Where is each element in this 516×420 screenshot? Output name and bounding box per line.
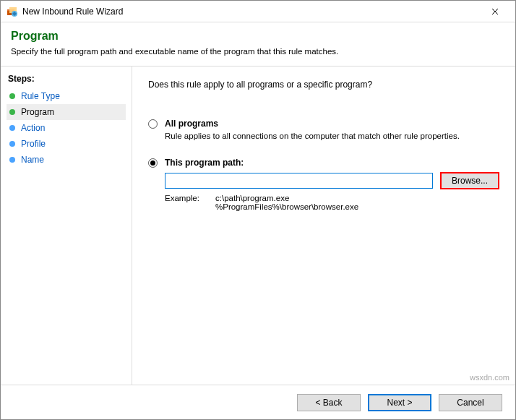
- bullet-icon: [9, 141, 15, 147]
- step-label: Action: [21, 123, 45, 133]
- option-all-programs[interactable]: All programs: [148, 119, 499, 129]
- cancel-button[interactable]: Cancel: [439, 394, 502, 411]
- example-path-1: c:\path\program.exe: [215, 194, 358, 202]
- bullet-icon: [9, 125, 15, 131]
- example-paths: c:\path\program.exe %ProgramFiles%\brows…: [215, 194, 358, 211]
- steps-heading: Steps:: [7, 74, 126, 84]
- firewall-icon: [7, 6, 18, 17]
- page-title: Program: [11, 30, 505, 43]
- titlebar: New Inbound Rule Wizard: [1, 1, 515, 22]
- bullet-icon: [9, 157, 15, 163]
- footer: < Back Next > Cancel: [1, 385, 515, 419]
- wizard-window: New Inbound Rule Wizard Program Specify …: [0, 0, 516, 420]
- question-text: Does this rule apply to all programs or …: [148, 80, 499, 90]
- step-program[interactable]: Program: [7, 104, 126, 120]
- option-all-desc: Rule applies to all connections on the c…: [165, 132, 499, 140]
- step-action[interactable]: Action: [7, 120, 126, 136]
- step-rule-type[interactable]: Rule Type: [7, 88, 126, 104]
- example-label: Example:: [165, 194, 215, 211]
- window-title: New Inbound Rule Wizard: [22, 7, 481, 17]
- example-path-2: %ProgramFiles%\browser\browser.exe: [215, 202, 358, 211]
- watermark: wsxdn.com: [470, 373, 509, 382]
- option-path-label: This program path:: [165, 158, 244, 168]
- main-panel: Does this rule apply to all programs or …: [132, 67, 515, 385]
- header: Program Specify the full program path an…: [1, 22, 515, 67]
- page-subtitle: Specify the full program path and execut…: [11, 47, 505, 56]
- body: Steps: Rule Type Program Action Profile …: [1, 67, 515, 385]
- browse-button[interactable]: Browse...: [440, 172, 499, 189]
- step-label: Rule Type: [21, 91, 60, 101]
- option-this-program-path[interactable]: This program path:: [148, 158, 499, 168]
- step-profile[interactable]: Profile: [7, 136, 126, 152]
- example-row: Example: c:\path\program.exe %ProgramFil…: [165, 194, 499, 211]
- step-label: Name: [21, 155, 44, 165]
- step-name[interactable]: Name: [7, 152, 126, 168]
- next-button[interactable]: Next >: [368, 394, 431, 411]
- radio-icon[interactable]: [148, 119, 158, 129]
- bullet-icon: [9, 109, 15, 115]
- back-button[interactable]: < Back: [297, 394, 361, 411]
- radio-icon[interactable]: [148, 158, 158, 168]
- option-all-label: All programs: [165, 119, 218, 129]
- program-path-row: Browse...: [165, 172, 499, 189]
- step-label: Profile: [21, 139, 46, 149]
- bullet-icon: [9, 93, 15, 99]
- steps-sidebar: Steps: Rule Type Program Action Profile …: [1, 67, 132, 385]
- program-path-input[interactable]: [165, 173, 433, 189]
- close-button[interactable]: [481, 1, 509, 22]
- step-label: Program: [21, 107, 54, 117]
